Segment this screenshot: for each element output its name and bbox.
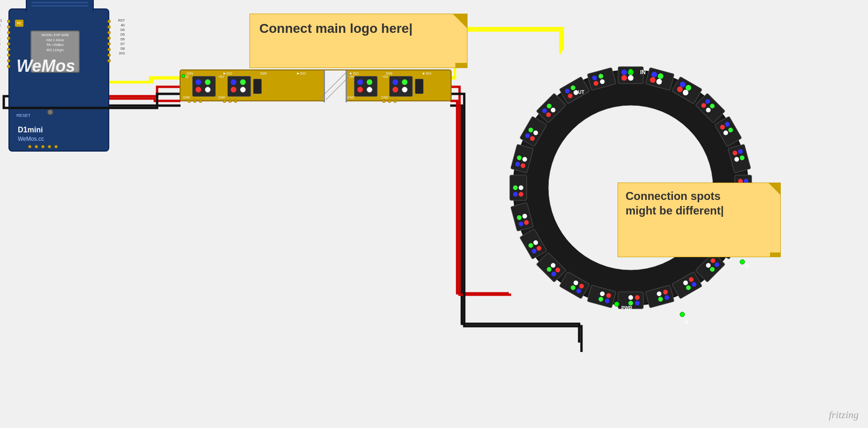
wemos-board: RST A0 D0 D5 D6 D7 D8 3V3 XL1 RX TX D1 D [8,8,109,152]
note-fold-2 [770,252,780,257]
ring-g-label-2: G [746,263,749,268]
pin-d5: D5 [118,33,125,36]
pin-hole-d2 [7,42,10,46]
svg-point-65 [635,301,640,306]
svg-point-67 [635,295,640,300]
led-dot-red-3 [357,87,363,92]
pad-1a [188,99,191,103]
ring-pwr-label: PWR [621,306,633,311]
svg-point-68 [628,295,633,300]
main-note-box: Connect main logo here| [249,14,468,68]
ring-g-pad-1 [680,312,685,317]
pin-hole-d3 [7,48,10,51]
led-dot-green-2 [240,79,246,85]
led-dot-blue-2 [231,79,236,85]
led-dot-green-4 [402,79,408,85]
fritzing-watermark: fritzing [829,409,859,421]
led-dot-red-2 [231,87,236,92]
pin-hole-3v3 [107,59,111,62]
bot-pin-2 [35,145,38,148]
bot-pin-1 [28,145,31,148]
pin-3v3: 3V3 [118,52,125,55]
pad-2b [228,99,232,103]
svg-point-8 [628,75,634,81]
ic-component-2 [415,79,423,94]
led-module-1 [192,76,216,97]
pin-hole-d8 [107,54,111,57]
ring-in-label: IN [640,69,646,76]
fc-logo: FC [15,20,23,27]
led-dot-green-3 [367,79,372,85]
pin-hole-d0 [107,31,111,34]
circuit-canvas: RST A0 D0 D5 D6 D7 D8 3V3 XL1 RX TX D1 D [0,0,868,428]
pad-4c [393,99,397,103]
pin-hole-5v [7,65,10,68]
svg-point-98 [519,185,523,190]
pad-1c [199,99,202,103]
svg-point-96 [513,185,518,190]
do-label-2: ►DO [296,71,306,76]
pin-d7: D7 [118,42,125,46]
d1mini-label: D1mini [18,126,43,134]
ring-g-pad-2 [740,260,745,264]
pin-rx-label: RX [0,23,2,27]
pin-hole-d5 [107,37,111,40]
ring-pwr-pad [614,302,619,306]
svg-point-7 [621,75,627,81]
led-module-2 [227,76,251,97]
reset-button[interactable] [47,109,53,115]
pin-d4-label: D4 [0,47,2,50]
pin-g-label: G [0,52,2,55]
pin-hole-rx [7,25,10,29]
pin-d1-label: D1 [0,33,2,36]
led-dot-white-2 [240,87,246,92]
pad-4b [388,99,391,103]
pin-d8: D8 [118,47,125,50]
led-module-3 [354,76,377,97]
pin-hole-tx [7,31,10,34]
din-label-2: DIN [260,71,267,76]
gnd-3: GND [347,96,355,99]
led-indicator-start [181,74,185,78]
wemos-cc-label: WeMos.cc [18,136,44,142]
led-dot-blue-4 [392,79,398,85]
pin-d6: D6 [118,38,125,41]
pin-hole-d4 [7,54,10,57]
pin-hole-d6 [107,42,111,46]
led-dot-red-4 [392,87,398,92]
bot-pin-4 [48,145,51,148]
ic-component-1 [253,79,262,94]
svg-point-97 [519,192,523,197]
bot-pin-5 [54,145,58,148]
pad-4a [382,99,385,103]
pin-hole-g [7,59,10,62]
led-strip: DIN ►DO DIN ►DO ►DO DIN ►DO +5V [180,69,452,101]
voltage-4: +5V [382,75,388,79]
pin-hole-d1 [7,37,10,40]
pin-tx-label: TX [0,28,2,31]
led-dot-blue-3 [357,79,363,85]
bot-pin-3 [41,145,45,148]
reset-label: RESET [16,113,30,118]
pad-2c [234,99,237,103]
pin-d2-label: D2 [0,38,2,41]
gnd-1: GND [183,96,190,99]
note-fold [455,63,467,68]
pad-2a [223,99,226,103]
ring-g-label-1: G [685,320,688,325]
wemos-logo-text: WeMos [16,56,75,76]
main-note-text: Connect main logo here| [259,21,413,36]
svg-point-5 [621,69,627,75]
secondary-note-text: Connection spots might be different| [626,190,724,217]
svg-point-95 [513,192,518,197]
ring-in-pad [628,69,633,74]
pin-rst: RST [118,19,125,22]
ring-out-label: OUT [574,90,584,95]
pin-a0: A0 [118,23,125,27]
pin-d0: D0 [118,28,125,31]
voltage-2: +5V [218,75,224,79]
gnd-2: GND [218,96,226,99]
pin-hole-d7 [107,48,111,51]
pin-hole-xl1 [7,20,10,23]
svg-point-66 [628,301,633,306]
